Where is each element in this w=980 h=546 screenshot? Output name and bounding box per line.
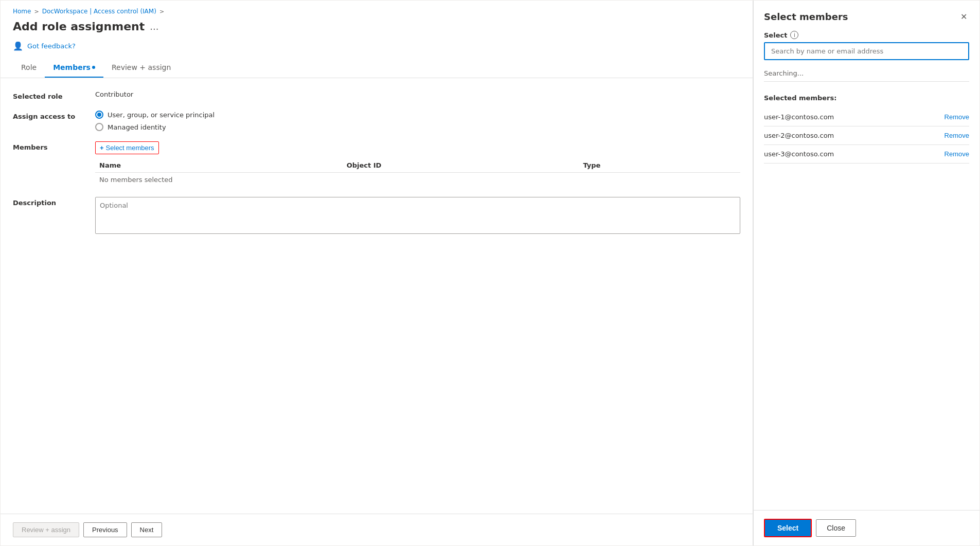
select-members-text: Select members xyxy=(106,144,154,152)
selected-role-value: Contributor xyxy=(95,90,740,98)
member-item-2: user-2@contoso.com Remove xyxy=(764,126,969,145)
member-email-2: user-2@contoso.com xyxy=(764,132,834,139)
form-content: Selected role Contributor Assign access … xyxy=(1,78,753,514)
breadcrumb: Home > DocWorkspace | Access control (IA… xyxy=(1,1,753,18)
breadcrumb-sep2: > xyxy=(159,8,164,15)
select-label-row: Select i xyxy=(764,31,969,39)
side-panel-title: Select members xyxy=(764,11,848,22)
radio-group: User, group, or service principal Manage… xyxy=(95,111,740,131)
page-title: Add role assignment xyxy=(13,20,145,33)
page-header: Add role assignment ... xyxy=(1,18,753,41)
assign-access-options: User, group, or service principal Manage… xyxy=(95,111,740,131)
members-row: Members + Select members Name Object ID … xyxy=(13,141,740,187)
members-dot xyxy=(92,66,95,69)
member-email-1: user-1@contoso.com xyxy=(764,113,834,121)
radio-user[interactable]: User, group, or service principal xyxy=(95,111,740,119)
tabs-bar: Role Members Review + assign xyxy=(1,59,753,78)
close-panel-button[interactable]: ✕ xyxy=(958,10,969,24)
members-table: Name Object ID Type No members selected xyxy=(95,158,740,187)
radio-managed[interactable]: Managed identity xyxy=(95,123,740,131)
selected-members-section: Selected members: user-1@contoso.com Rem… xyxy=(764,86,969,163)
main-panel: Home > DocWorkspace | Access control (IA… xyxy=(1,1,753,545)
side-panel-body: Select i Searching... Selected members: … xyxy=(754,31,979,510)
description-textarea[interactable] xyxy=(95,197,740,234)
feedback-label: Got feedback? xyxy=(27,42,76,50)
side-panel-header: Select members ✕ xyxy=(754,1,979,31)
selected-role-label: Selected role xyxy=(13,90,95,100)
feedback-bar[interactable]: 👤 Got feedback? xyxy=(1,41,753,59)
select-members-button[interactable]: + Select members xyxy=(95,141,159,154)
tab-review[interactable]: Review + assign xyxy=(103,59,179,78)
breadcrumb-home[interactable]: Home xyxy=(13,8,31,15)
side-panel-footer: Select Close xyxy=(754,510,979,545)
plus-icon: + xyxy=(100,144,104,152)
feedback-icon: 👤 xyxy=(13,41,23,51)
empty-message: No members selected xyxy=(95,173,740,187)
radio-managed-label: Managed identity xyxy=(108,123,166,131)
tab-members[interactable]: Members xyxy=(45,59,103,78)
selected-members-label: Selected members: xyxy=(764,94,969,102)
members-value: + Select members Name Object ID Type xyxy=(95,141,740,187)
selected-role-row: Selected role Contributor xyxy=(13,90,740,100)
side-panel: Select members ✕ Select i Searching... S… xyxy=(753,1,979,545)
tab-role[interactable]: Role xyxy=(13,59,45,78)
remove-member-1-button[interactable]: Remove xyxy=(945,113,969,121)
next-button[interactable]: Next xyxy=(131,522,163,537)
radio-user-label: User, group, or service principal xyxy=(108,111,215,119)
member-email-3: user-3@contoso.com xyxy=(764,150,834,158)
search-input-wrapper xyxy=(764,42,969,60)
side-panel-select-button[interactable]: Select xyxy=(764,519,812,537)
radio-user-circle xyxy=(95,111,103,119)
radio-managed-circle xyxy=(95,123,103,131)
side-panel-close-button[interactable]: Close xyxy=(816,519,856,537)
previous-button[interactable]: Previous xyxy=(83,522,127,537)
search-input[interactable] xyxy=(769,43,964,59)
member-item-3: user-3@contoso.com Remove xyxy=(764,145,969,163)
remove-member-3-button[interactable]: Remove xyxy=(945,150,969,158)
select-label: Select xyxy=(764,31,787,39)
col-header-name: Name xyxy=(95,158,343,173)
info-icon: i xyxy=(790,31,798,39)
description-row: Description xyxy=(13,197,740,234)
col-header-type: Type xyxy=(579,158,740,173)
more-options-icon[interactable]: ... xyxy=(150,21,158,32)
assign-access-row: Assign access to User, group, or service… xyxy=(13,111,740,131)
table-row-empty: No members selected xyxy=(95,173,740,187)
searching-text: Searching... xyxy=(764,65,969,82)
remove-member-2-button[interactable]: Remove xyxy=(945,132,969,139)
breadcrumb-docworkspace[interactable]: DocWorkspace | Access control (IAM) xyxy=(42,8,156,15)
member-item-1: user-1@contoso.com Remove xyxy=(764,108,969,126)
bottom-bar: Review + assign Previous Next xyxy=(1,514,753,545)
col-header-objectid: Object ID xyxy=(343,158,579,173)
assign-access-label: Assign access to xyxy=(13,111,95,120)
breadcrumb-sep1: > xyxy=(34,8,39,15)
description-label: Description xyxy=(13,197,95,207)
review-assign-button[interactable]: Review + assign xyxy=(13,522,79,537)
members-label: Members xyxy=(13,141,95,151)
